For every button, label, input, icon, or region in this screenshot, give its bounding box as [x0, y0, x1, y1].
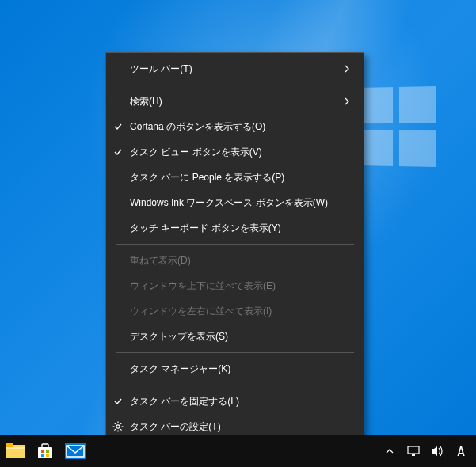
network-icon[interactable] — [405, 435, 422, 467]
menu-item-label: ウィンドウを上下に並べて表示(E) — [130, 279, 340, 293]
check-icon — [106, 147, 130, 157]
svg-rect-14 — [41, 450, 44, 453]
menu-item-label: タスク マネージャー(K) — [130, 363, 340, 376]
menu-item-label: タスク バーの設定(T) — [130, 420, 340, 434]
menu-item-label: ツール バー(T) — [130, 63, 340, 76]
system-tray: A — [378, 435, 476, 467]
svg-rect-10 — [6, 443, 13, 447]
menu-item-label: タッチ キーボード ボタンを表示(Y) — [130, 222, 340, 235]
svg-line-7 — [114, 429, 115, 430]
taskbar-context-menu: ツール バー(T)検索(H)Cortana のボタンを表示する(O)タスク ビュ… — [105, 52, 364, 443]
svg-point-0 — [116, 425, 120, 428]
file-explorer-icon[interactable] — [0, 435, 30, 467]
menu-item[interactable]: Cortana のボタンを表示する(O) — [106, 114, 364, 139]
svg-rect-11 — [6, 447, 25, 449]
menu-item-label: ウィンドウを左右に並べて表示(I) — [130, 305, 340, 318]
svg-marker-22 — [432, 446, 437, 456]
menu-item-label: タスク ビュー ボタンを表示(V) — [130, 146, 340, 159]
svg-rect-12 — [38, 447, 52, 458]
check-icon — [106, 397, 130, 406]
chevron-right-icon — [340, 97, 354, 105]
chevron-right-icon — [340, 65, 354, 73]
ime-indicator[interactable]: A — [452, 435, 470, 467]
svg-line-5 — [114, 423, 115, 423]
menu-item[interactable]: タスク バーに People を表示する(P) — [106, 165, 364, 190]
menu-item-label: デスクトップを表示(S) — [130, 330, 340, 344]
menu-item[interactable]: Windows Ink ワークスペース ボタンを表示(W) — [106, 190, 364, 215]
menu-item: ウィンドウを左右に並べて表示(I) — [106, 298, 364, 324]
microsoft-store-icon[interactable] — [30, 435, 60, 467]
menu-item[interactable]: ツール バー(T) — [106, 56, 364, 82]
menu-item: 重ねて表示(D) — [106, 248, 364, 273]
menu-item[interactable]: タスク マネージャー(K) — [106, 356, 364, 382]
svg-rect-17 — [46, 454, 49, 457]
volume-icon[interactable] — [428, 435, 446, 467]
svg-rect-16 — [41, 454, 44, 457]
menu-separator — [116, 385, 354, 385]
svg-rect-15 — [46, 450, 49, 453]
taskbar-app-area — [0, 435, 378, 467]
svg-rect-21 — [412, 454, 415, 456]
menu-item-label: タスク バーに People を表示する(P) — [130, 171, 340, 184]
menu-separator — [116, 352, 354, 353]
menu-separator — [116, 244, 354, 245]
menu-item-label: Windows Ink ワークスペース ボタンを表示(W) — [130, 196, 340, 210]
menu-item[interactable]: 検索(H) — [106, 89, 364, 114]
menu-item: ウィンドウを上下に並べて表示(E) — [106, 273, 364, 298]
svg-line-8 — [120, 423, 121, 423]
menu-item-label: タスク バーを固定する(L) — [130, 395, 340, 408]
menu-item[interactable]: タッチ キーボード ボタンを表示(Y) — [106, 215, 364, 241]
windows-logo-wallpaper — [358, 86, 436, 167]
check-icon — [106, 122, 130, 131]
menu-item-label: 検索(H) — [130, 95, 340, 108]
tray-overflow-chevron-icon[interactable] — [381, 435, 398, 467]
menu-item[interactable]: タスク ビュー ボタンを表示(V) — [106, 139, 364, 165]
gear-icon — [106, 421, 130, 432]
menu-item-label: 重ねて表示(D) — [130, 254, 340, 268]
svg-rect-20 — [408, 446, 419, 454]
taskbar: A — [0, 435, 476, 467]
mail-icon[interactable] — [60, 435, 90, 467]
menu-item-label: Cortana のボタンを表示する(O) — [130, 120, 340, 134]
menu-item[interactable]: デスクトップを表示(S) — [106, 324, 364, 349]
menu-item[interactable]: タスク バーを固定する(L) — [106, 389, 364, 414]
svg-line-6 — [120, 429, 121, 430]
menu-separator — [116, 85, 354, 85]
